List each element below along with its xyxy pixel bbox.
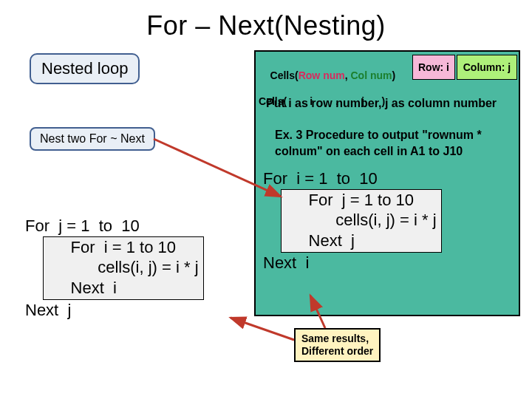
- svg-line-2: [154, 139, 281, 197]
- svg-line-0: [310, 296, 325, 328]
- arrow-left-code-to-right-code: [0, 0, 532, 399]
- svg-line-1: [231, 318, 294, 340]
